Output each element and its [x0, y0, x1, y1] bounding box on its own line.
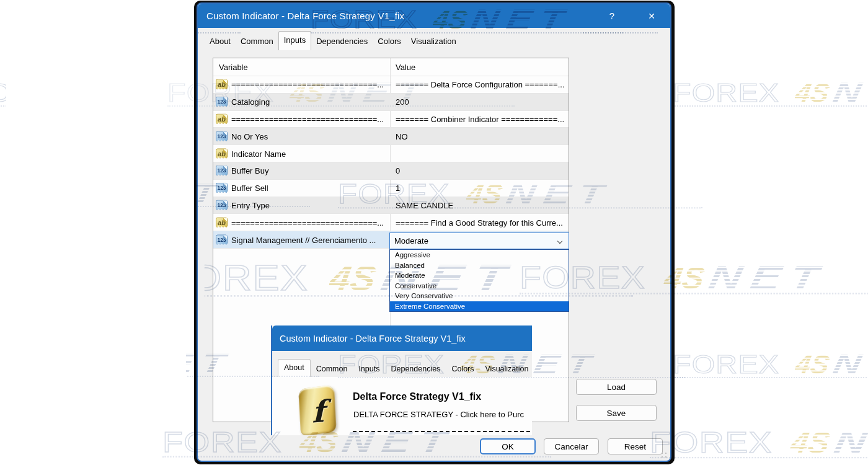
table-row[interactable]: 123Cataloging200: [213, 94, 569, 111]
table-row[interactable]: 123No Or YesNO: [213, 128, 569, 145]
table-row[interactable]: abIndicator Name: [213, 145, 569, 162]
watermark: FOREX4SNET: [650, 424, 868, 458]
custom-indicator-dialog: Custom Indicator - Delta Force Strategy …: [197, 2, 671, 462]
dropdown-option[interactable]: Balanced: [390, 260, 569, 271]
tab-colors[interactable]: Colors: [373, 34, 406, 50]
watermark: FOREX4SNET: [673, 77, 868, 107]
watermark-text: NET: [706, 259, 830, 296]
value-cell[interactable]: 0: [396, 166, 568, 175]
variable-cell: Buffer Buy: [231, 166, 388, 175]
icon-fold-corner: [223, 235, 227, 239]
dropdown-option[interactable]: Moderate: [390, 270, 569, 281]
value-cell[interactable]: 200: [396, 97, 568, 107]
variable-cell: Signal Management // Gerenciamento ...: [231, 235, 388, 244]
tab-visualization[interactable]: Visualization: [480, 362, 533, 377]
value-cell[interactable]: 1: [396, 184, 568, 193]
reset-button[interactable]: Reset: [608, 438, 663, 454]
table-rows: ab===============================...====…: [213, 76, 569, 249]
string-type-icon: ab: [216, 79, 228, 90]
icon-fold-corner: [223, 166, 227, 170]
help-button[interactable]: ?: [598, 4, 626, 28]
variable-cell: Buffer Sell: [231, 184, 388, 193]
load-button[interactable]: Load: [576, 379, 657, 395]
watermark-text: FOREX: [0, 78, 76, 108]
watermark-text: 4S: [788, 425, 833, 459]
dropdown-option[interactable]: Extreme Conservative: [390, 301, 569, 312]
watermark-text: 4S: [89, 78, 128, 108]
watermark-text: FOREX: [673, 78, 779, 108]
dropdown-option[interactable]: Conservative: [390, 281, 569, 291]
icon-fold-corner: [223, 200, 227, 204]
table-row[interactable]: ab===============================...====…: [213, 76, 569, 94]
dropdown-option[interactable]: Very Conservative: [390, 291, 569, 301]
tab-dependencies[interactable]: Dependencies: [311, 34, 373, 50]
watermark-text: NET: [831, 348, 868, 379]
watermark-text: FOREX: [0, 348, 79, 378]
page: Custom Indicator - Delta Force Strategy …: [0, 0, 868, 465]
icon-fold-corner: [223, 97, 227, 101]
tab-common[interactable]: Common: [236, 34, 278, 50]
dashed-divider: [353, 431, 532, 432]
tab-colors[interactable]: Colors: [446, 362, 479, 377]
number-type-icon: 123: [216, 131, 228, 141]
table-header: Variable Value: [213, 58, 569, 76]
watermark-text: 4S: [92, 348, 131, 378]
variable-cell: Indicator Name: [231, 149, 388, 158]
combobox-value: Moderate: [394, 236, 428, 246]
indicator-name: Delta Force Strategy V1_fix: [353, 391, 481, 402]
inner-about-content: f Delta Force Strategy V1_fix DELTA FORC…: [272, 377, 532, 435]
table-row[interactable]: 123Entry TypeSAME CANDLE: [213, 197, 569, 215]
watermark-text: 4S: [14, 5, 52, 35]
number-type-icon: 123: [216, 200, 228, 210]
resize-grip[interactable]: [660, 451, 668, 459]
indicator-description: DELTA FORCE STRATEGY - Click here to Pur…: [353, 410, 524, 419]
number-type-icon: 123: [216, 166, 228, 176]
icon-fold-corner: [223, 149, 227, 153]
watermark-text: 4S: [793, 350, 831, 379]
tab-dependencies[interactable]: Dependencies: [385, 362, 446, 377]
number-type-icon: 123: [216, 183, 228, 193]
signal-management-combobox[interactable]: Moderate: [389, 232, 569, 249]
column-header-variable: Variable: [219, 63, 248, 72]
table-row[interactable]: 123Buffer Sell1: [213, 180, 569, 197]
tab-about[interactable]: About: [205, 34, 236, 50]
watermark-text: NET: [831, 77, 868, 108]
dialog-title: Custom Indicator - Delta Force Strategy …: [198, 11, 404, 21]
tab-inputs[interactable]: Inputs: [278, 31, 311, 50]
chevron-down-icon: [557, 239, 562, 244]
inner-dialog-title: Custom Indicator - Delta Force Strategy …: [272, 334, 466, 343]
tab-bar: AboutCommonInputsDependenciesColorsVisua…: [205, 31, 461, 50]
close-button[interactable]: ✕: [638, 4, 665, 28]
dropdown-option[interactable]: Aggressive: [390, 250, 569, 260]
tab-visualization[interactable]: Visualization: [406, 34, 461, 50]
tab-common[interactable]: Common: [311, 362, 353, 377]
table-row[interactable]: ab===============================...====…: [213, 111, 569, 128]
value-cell[interactable]: NO: [396, 131, 568, 141]
save-button[interactable]: Save: [576, 405, 657, 421]
inner-title-bar: Custom Indicator - Delta Force Strategy …: [272, 326, 532, 351]
variable-cell: Entry Type: [231, 200, 388, 210]
ok-button[interactable]: OK: [480, 438, 536, 454]
watermark: FOREX4SNET: [673, 348, 868, 378]
combobox-dropdown-list: AggressiveBalancedModerateConservativeVe…: [389, 249, 569, 312]
table-row[interactable]: 123Buffer Buy0: [213, 162, 569, 180]
value-cell[interactable]: SAME CANDLE: [396, 200, 568, 210]
tab-about[interactable]: About: [278, 359, 311, 377]
string-type-icon: ab: [216, 113, 228, 124]
logo-letter-f: f: [311, 394, 325, 430]
number-type-icon: 123: [216, 97, 228, 107]
watermark-text: NET: [51, 4, 157, 35]
variable-cell: ===============================...: [231, 80, 388, 89]
inner-tab-bar: AboutCommonInputsDependenciesColorsVisua…: [278, 358, 532, 377]
watermark-text: 4S: [793, 78, 831, 108]
icon-fold-corner: [223, 184, 227, 187]
value-cell[interactable]: ======= Combiner Indicator ============.…: [396, 114, 568, 123]
tab-inputs[interactable]: Inputs: [353, 362, 385, 377]
value-cell[interactable]: ======= Find a Good Strategy for this Cu…: [396, 218, 568, 227]
number-type-icon: 123: [216, 234, 228, 245]
table-row[interactable]: ab===============================...====…: [213, 214, 569, 231]
cancel-button[interactable]: Cancelar: [544, 438, 599, 454]
watermark-text: 4S: [83, 179, 122, 208]
value-cell[interactable]: ======= Delta Force Configuration ======…: [396, 80, 568, 89]
variable-cell: No Or Yes: [231, 131, 388, 141]
